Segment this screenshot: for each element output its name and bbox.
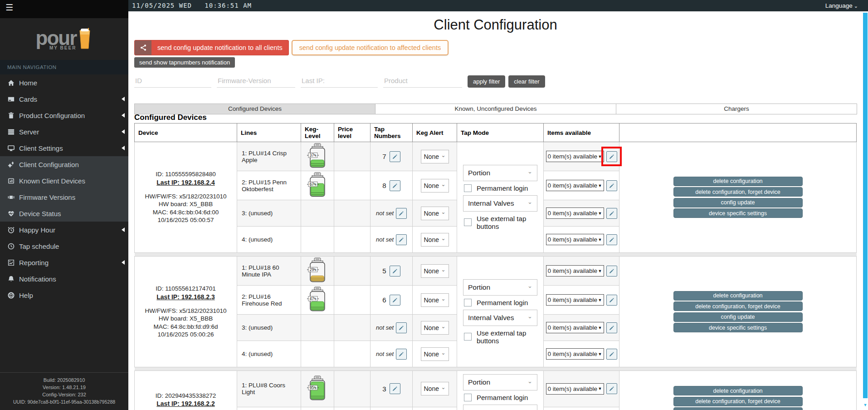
edit-items-button[interactable] <box>606 266 617 277</box>
keg-alert-select[interactable]: None⌄ <box>421 347 449 361</box>
sidebar-item-server[interactable]: Server <box>0 123 128 140</box>
tap-number-cell: not set <box>371 341 413 367</box>
pour-mode-select[interactable]: Portion⌄ <box>463 374 537 390</box>
keg-alert-select[interactable]: None⌄ <box>421 382 449 395</box>
items-available-select[interactable]: 0 item(s) available▼ <box>546 151 604 162</box>
items-available-select[interactable]: 0 item(s) available▼ <box>546 180 604 191</box>
tab-known-unconfigured-devices[interactable]: Known, Unconfigured Devices <box>375 104 616 114</box>
sidebar-item-notifications[interactable]: Notifications <box>0 271 128 287</box>
valves-select[interactable]: Internal Valves⌄ <box>463 405 537 410</box>
valves-select[interactable]: Internal Valves⌄ <box>463 310 537 326</box>
line-label: 4: (unused) <box>242 351 273 357</box>
external-tap-buttons-checkbox[interactable]: Use external tap buttons <box>464 215 537 230</box>
checkbox-unchecked[interactable] <box>464 184 472 192</box>
pour-mode-select[interactable]: Portion⌄ <box>463 279 537 296</box>
keg-alert-select[interactable]: None⌄ <box>421 264 449 278</box>
sidebar-item-happy-hour[interactable]: Happy Hour <box>0 222 128 238</box>
scrollbar-down-arrow[interactable]: ▼ <box>863 403 868 407</box>
edit-tap-number-button[interactable] <box>390 151 400 162</box>
edit-tap-number-button[interactable] <box>396 349 407 360</box>
device-specific-settings-button[interactable]: device specific settings <box>673 208 803 218</box>
delete-configuration-forget-device-button[interactable]: delete configuration, forget device <box>673 397 803 406</box>
sidebar-item-device-status[interactable]: Device Status <box>0 205 128 222</box>
filter-id-input[interactable] <box>134 75 211 88</box>
chip-icon <box>7 193 19 201</box>
keg-alert-select[interactable]: None⌄ <box>421 150 449 163</box>
sidebar-item-client-settings[interactable]: Client Settings <box>0 140 128 156</box>
language-menu[interactable]: Language⌄ <box>825 0 858 12</box>
scrollbar-thumb[interactable] <box>863 13 868 398</box>
edit-items-button[interactable] <box>606 151 617 162</box>
items-available-select[interactable]: 0 item(s) available▼ <box>546 234 604 245</box>
external-tap-buttons-checkbox[interactable]: Use external tap buttons <box>464 329 537 345</box>
checkbox-unchecked[interactable] <box>464 218 472 226</box>
edit-tap-number-button[interactable] <box>390 295 400 306</box>
bell-icon <box>7 275 19 283</box>
sidebar-item-tap-schedule[interactable]: Tap schedule <box>0 238 128 254</box>
keg-alert-select[interactable]: None⌄ <box>421 233 449 247</box>
config-update-button[interactable]: config update <box>673 198 803 207</box>
clear-filter-button[interactable]: clear filter <box>508 75 545 88</box>
delete-configuration-button[interactable]: delete configuration <box>673 386 803 395</box>
edit-items-button[interactable] <box>606 208 617 219</box>
apply-filter-button[interactable]: apply filter <box>468 75 505 88</box>
share-icon <box>135 40 151 55</box>
keg-alert-select[interactable]: None⌄ <box>421 179 449 193</box>
pour-mode-select[interactable]: Portion⌄ <box>463 165 537 181</box>
items-available-select[interactable]: 0 item(s) available▼ <box>546 348 604 360</box>
send-config-update-all-button[interactable]: send config update notification to all c… <box>134 40 289 55</box>
delete-configuration-forget-device-button[interactable]: delete configuration, forget device <box>673 187 803 197</box>
sidebar-item-reporting[interactable]: Reporting <box>0 254 128 271</box>
config-update-button[interactable]: config update <box>673 407 803 410</box>
sidebar-item-home[interactable]: Home <box>0 74 128 91</box>
sidebar-item-help[interactable]: Help <box>0 287 128 303</box>
sidebar-item-product-configuration[interactable]: Product Configuration <box>0 107 128 123</box>
permanent-login-checkbox[interactable]: Permament login <box>464 299 537 306</box>
items-available-cell: 0 item(s) available▼ <box>544 200 619 227</box>
tab-chargers[interactable]: Chargers <box>616 104 857 114</box>
edit-tap-number-button[interactable] <box>390 383 400 394</box>
edit-tap-number-button[interactable] <box>396 208 407 219</box>
items-available-select[interactable]: 0 item(s) available▼ <box>546 207 604 219</box>
send-show-tapnumbers-button[interactable]: send show tapnumbers notification <box>134 57 235 68</box>
permanent-login-checkbox[interactable]: Permament login <box>464 184 537 192</box>
filter-product-input[interactable] <box>383 75 462 88</box>
config-update-button[interactable]: config update <box>673 312 803 322</box>
sidebar-item-known-client-devices[interactable]: Known Client Devices <box>0 173 128 189</box>
delete-configuration-forget-device-button[interactable]: delete configuration, forget device <box>673 301 803 311</box>
vertical-scrollbar[interactable]: ▼ <box>863 11 868 410</box>
hamburger-menu-icon[interactable]: ☰ <box>5 2 13 13</box>
sidebar-item-client-configuration[interactable]: Client Configuration <box>0 156 128 173</box>
sidebar-item-cards[interactable]: Cards <box>0 91 128 107</box>
edit-tap-number-button[interactable] <box>396 234 407 245</box>
items-available-select[interactable]: 0 item(s) available▼ <box>546 265 604 277</box>
table-row: ID: 110555595828480Last IP: 192.168.2.4H… <box>135 142 857 171</box>
edit-tap-number-button[interactable] <box>396 322 407 333</box>
edit-items-button[interactable] <box>606 180 617 191</box>
keg-alert-select[interactable]: None⌄ <box>421 207 449 220</box>
sidebar-item-firmware-versions[interactable]: Firmware Versions <box>0 189 128 205</box>
permanent-login-checkbox[interactable]: Permament login <box>464 394 537 401</box>
delete-configuration-button[interactable]: delete configuration <box>673 291 803 301</box>
items-available-select[interactable]: 0 item(s) available▼ <box>546 383 604 395</box>
checkbox-unchecked[interactable] <box>464 394 472 401</box>
filter-lastip-input[interactable] <box>301 75 378 88</box>
edit-items-button[interactable] <box>606 295 617 306</box>
items-available-select[interactable]: 0 item(s) available▼ <box>546 322 604 333</box>
edit-items-button[interactable] <box>606 234 617 245</box>
checkbox-unchecked[interactable] <box>464 299 472 306</box>
keg-alert-select[interactable]: None⌄ <box>421 293 449 307</box>
items-available-select[interactable]: 0 item(s) available▼ <box>546 294 604 306</box>
send-config-update-affected-button[interactable]: send config update notification to affec… <box>292 40 449 55</box>
valves-select[interactable]: Internal Valves⌄ <box>463 195 537 212</box>
keg-alert-select[interactable]: None⌄ <box>421 321 449 335</box>
filter-firmware-input[interactable] <box>217 75 295 88</box>
checkbox-unchecked[interactable] <box>464 333 472 341</box>
delete-configuration-button[interactable]: delete configuration <box>673 177 803 186</box>
edit-items-button[interactable] <box>606 349 617 360</box>
edit-tap-number-button[interactable] <box>390 266 400 277</box>
edit-items-button[interactable] <box>606 322 617 333</box>
edit-items-button[interactable] <box>606 383 617 394</box>
device-specific-settings-button[interactable]: device specific settings <box>673 323 803 332</box>
edit-tap-number-button[interactable] <box>390 180 400 191</box>
